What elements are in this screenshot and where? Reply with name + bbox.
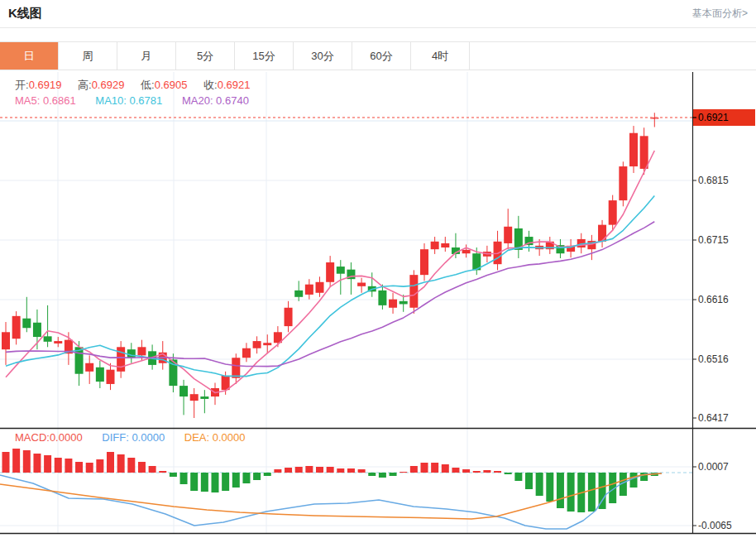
- svg-text:0.6921: 0.6921: [698, 112, 729, 123]
- svg-text:0.6616: 0.6616: [698, 294, 729, 305]
- fundamental-analysis-link[interactable]: 基本面分析>: [692, 7, 748, 21]
- tab-30min[interactable]: 30分: [294, 42, 352, 70]
- kline-widget: K线图 基本面分析> 日周月5分15分30分60分4时 0.69210.6815…: [0, 0, 756, 538]
- tab-day[interactable]: 日: [0, 42, 59, 70]
- svg-text:-0.0065: -0.0065: [698, 520, 732, 531]
- svg-text:0.6715: 0.6715: [698, 234, 729, 246]
- tab-60min[interactable]: 60分: [352, 42, 411, 70]
- tab-4hour[interactable]: 4时: [411, 42, 470, 70]
- svg-text:0.6417: 0.6417: [698, 412, 729, 424]
- tab-15min[interactable]: 15分: [235, 42, 294, 70]
- widget-header: K线图 基本面分析>: [0, 0, 756, 28]
- svg-text:0.6516: 0.6516: [698, 353, 729, 365]
- svg-text:0.0007: 0.0007: [698, 461, 729, 473]
- period-tabs: 日周月5分15分30分60分4时: [0, 41, 756, 70]
- page-title: K线图: [8, 6, 42, 22]
- tab-week[interactable]: 周: [59, 42, 117, 70]
- kline-chart[interactable]: 0.69210.68150.67150.66160.65160.64170.00…: [0, 70, 756, 537]
- chart-canvas[interactable]: 0.69210.68150.67150.66160.65160.64170.00…: [0, 70, 756, 537]
- tab-5min[interactable]: 5分: [176, 42, 235, 70]
- svg-text:0.6815: 0.6815: [698, 175, 729, 186]
- tab-month[interactable]: 月: [117, 42, 176, 70]
